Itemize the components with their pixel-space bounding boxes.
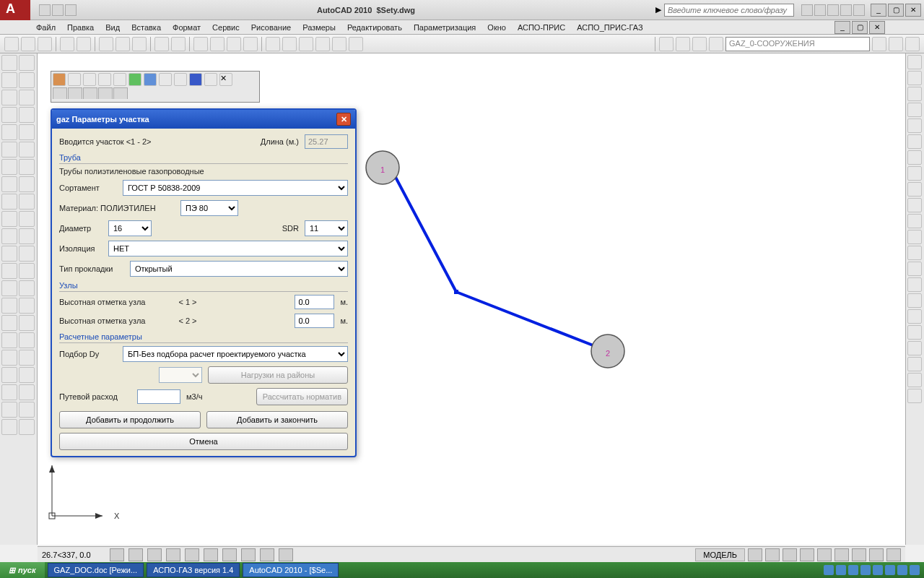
draw-tool[interactable] — [19, 159, 35, 175]
menu-dimensions[interactable]: Размеры — [302, 23, 336, 32]
tray-icon[interactable] — [885, 565, 895, 575]
modify-tool[interactable] — [907, 230, 922, 244]
draw-tool[interactable] — [1, 159, 17, 175]
draw-tool[interactable] — [19, 72, 35, 88]
menu-aspo-pris-gaz[interactable]: АСПО_ПРИС-ГАЗ — [577, 23, 642, 32]
gaz-tab[interactable] — [83, 87, 97, 99]
gaz-tab[interactable] — [98, 87, 113, 99]
taskbar-item[interactable]: AutoCAD 2010 - [$Se... — [243, 563, 339, 577]
modify-tool[interactable] — [907, 182, 922, 197]
calc-icon[interactable] — [349, 37, 363, 51]
modify-tool[interactable] — [907, 293, 922, 308]
draw-tool[interactable] — [1, 211, 17, 227]
gaz-tool[interactable] — [159, 73, 172, 86]
tray-icon[interactable] — [910, 565, 920, 575]
gaz-tab[interactable] — [113, 87, 128, 99]
help-icon[interactable] — [814, 4, 826, 16]
draw-tool[interactable] — [1, 332, 17, 348]
start-button[interactable]: ⊞ пуск — [0, 562, 45, 578]
close-button[interactable]: ✕ — [905, 4, 921, 17]
status-tool[interactable] — [869, 548, 884, 561]
tray-icon[interactable] — [873, 565, 883, 575]
layer-freeze-icon[interactable] — [676, 37, 690, 51]
draw-tool[interactable] — [19, 402, 35, 418]
cancel-button[interactable]: Отмена — [59, 433, 348, 450]
modify-tool[interactable] — [907, 103, 922, 117]
draw-tool[interactable] — [1, 72, 17, 88]
tray-icon[interactable] — [860, 565, 871, 575]
gaz-tool[interactable] — [83, 73, 96, 86]
help2-icon[interactable] — [853, 4, 865, 16]
app-logo[interactable] — [0, 0, 30, 20]
dialog-close-button[interactable]: ✕ — [336, 113, 351, 126]
draw-tool[interactable] — [1, 107, 17, 123]
new-icon[interactable] — [4, 37, 19, 51]
snap-toggle[interactable] — [110, 548, 124, 561]
modify-tool[interactable] — [907, 389, 922, 403]
menu-service[interactable]: Сервис — [212, 23, 240, 32]
status-tool[interactable] — [800, 548, 814, 561]
doc-restore-button[interactable]: ▢ — [852, 21, 868, 34]
add-continue-button[interactable]: Добавить и продолжить — [59, 411, 201, 428]
modify-tool[interactable] — [907, 277, 922, 292]
tray-icon[interactable] — [824, 565, 834, 575]
otrack-toggle[interactable] — [204, 548, 218, 561]
draw-tool[interactable] — [19, 211, 35, 227]
draw-tool[interactable] — [19, 384, 35, 400]
menu-parametrize[interactable]: Параметризация — [414, 23, 476, 32]
status-tool[interactable] — [817, 548, 832, 561]
elev1-field[interactable] — [295, 295, 334, 309]
gaz-tool[interactable] — [53, 73, 66, 86]
draw-tool[interactable] — [1, 419, 17, 435]
modify-tool[interactable] — [907, 341, 922, 355]
gaz-tool[interactable] — [144, 73, 157, 86]
draw-tool[interactable] — [1, 194, 17, 210]
modify-tool[interactable] — [907, 71, 922, 85]
layer-dropdown[interactable]: GAZ_0-СООРУЖЕНИЯ — [725, 37, 870, 51]
layer-color-icon[interactable] — [709, 37, 723, 51]
layer-bulb-icon[interactable] — [659, 37, 674, 51]
dyn-toggle[interactable] — [241, 548, 256, 561]
qp-toggle[interactable] — [279, 548, 293, 561]
gaz-tool[interactable] — [174, 73, 187, 86]
pan-icon[interactable] — [193, 37, 208, 51]
menu-insert[interactable]: Вставка — [131, 23, 161, 32]
draw-tool[interactable] — [1, 90, 17, 105]
layer-manage-icon[interactable] — [905, 37, 920, 51]
draw-tool[interactable] — [19, 142, 35, 158]
draw-tool[interactable] — [19, 194, 35, 210]
layer-lock-icon[interactable] — [692, 37, 707, 51]
modify-tool[interactable] — [907, 357, 922, 371]
zoom-prev-icon[interactable] — [243, 37, 258, 51]
draw-tool[interactable] — [1, 176, 17, 192]
tray-icon[interactable] — [836, 565, 846, 575]
draw-tool[interactable] — [1, 402, 17, 418]
material-select[interactable]: ПЭ 80 — [180, 200, 238, 216]
draw-tool[interactable] — [1, 55, 17, 71]
menu-aspo-pris[interactable]: АСПО-ПРИС — [518, 23, 565, 32]
designcenter-icon[interactable] — [282, 37, 297, 51]
ortho-toggle[interactable] — [147, 548, 162, 561]
gaz-tool[interactable] — [113, 73, 126, 86]
diameter-select[interactable]: 16 — [108, 220, 152, 236]
layer-prev-icon[interactable] — [889, 37, 903, 51]
isolation-select[interactable]: НЕТ — [108, 241, 348, 256]
draw-tool[interactable] — [1, 228, 17, 244]
modify-tool[interactable] — [907, 246, 922, 260]
sheetset-icon[interactable] — [315, 37, 330, 51]
toolpalettes-icon[interactable] — [299, 37, 313, 51]
sortament-select[interactable]: ГОСТ Р 50838-2009 — [123, 180, 348, 196]
modify-tool[interactable] — [907, 55, 922, 69]
elev2-field[interactable] — [295, 314, 334, 328]
doc-close-button[interactable]: ✕ — [869, 21, 885, 34]
sdr-select[interactable]: 11 — [305, 220, 348, 236]
modify-tool[interactable] — [907, 166, 922, 181]
add-finish-button[interactable]: Добавить и закончить — [206, 411, 348, 428]
draw-tool[interactable] — [19, 367, 35, 383]
star-icon[interactable] — [840, 4, 852, 16]
layer-states-icon[interactable] — [872, 37, 886, 51]
laying-select[interactable]: Открытый — [130, 261, 348, 277]
menu-edit[interactable]: Правка — [67, 23, 94, 32]
qat-btn[interactable] — [39, 4, 51, 16]
grid-toggle[interactable] — [128, 548, 143, 561]
